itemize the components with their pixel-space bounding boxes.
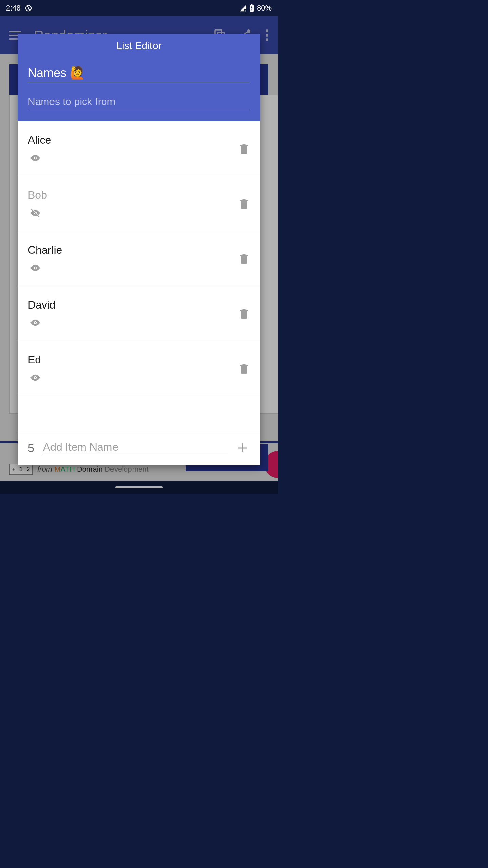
list-item[interactable]: Charlie [18,231,260,286]
delete-item-button[interactable] [238,252,250,265]
item-name: Charlie [28,244,238,256]
item-name: Ed [28,354,238,366]
list-name-input[interactable] [28,66,250,80]
item-count: 5 [28,441,34,455]
dialog-title: List Editor [28,40,250,52]
list-item[interactable]: Alice [18,121,260,176]
item-name: David [28,299,238,311]
signal-icon: x [239,4,247,12]
add-item-button[interactable] [237,442,250,454]
svg-rect-4 [251,4,252,5]
delete-item-button[interactable] [238,362,250,375]
dialog-header: List Editor [18,34,260,121]
list-item[interactable]: David [18,286,260,341]
list-subtitle-input[interactable] [28,96,250,107]
battery-charging-icon [249,4,254,12]
item-name: Alice [28,134,238,146]
visibility-on-icon[interactable] [28,153,238,163]
delete-item-button[interactable] [238,307,250,320]
item-name: Bob [28,189,238,201]
item-list[interactable]: AliceBobCharlieDavidEd [18,121,260,433]
delete-item-button[interactable] [238,142,250,156]
status-bar: 2:48 x 80% [0,0,278,16]
battery-percent: 80% [257,4,272,13]
do-not-disturb-icon [25,4,32,12]
dialog-footer: 5 [18,433,260,465]
visibility-on-icon[interactable] [28,317,238,328]
visibility-off-icon[interactable] [28,208,238,218]
visibility-on-icon[interactable] [28,262,238,273]
list-editor-dialog: List Editor AliceBobCharlieDavidEd 5 [18,34,260,465]
delete-item-button[interactable] [238,197,250,211]
list-item[interactable]: Ed [18,341,260,396]
list-item[interactable]: Bob [18,176,260,231]
add-item-input[interactable] [43,441,228,453]
status-time: 2:48 [6,4,21,13]
visibility-on-icon[interactable] [28,372,238,383]
